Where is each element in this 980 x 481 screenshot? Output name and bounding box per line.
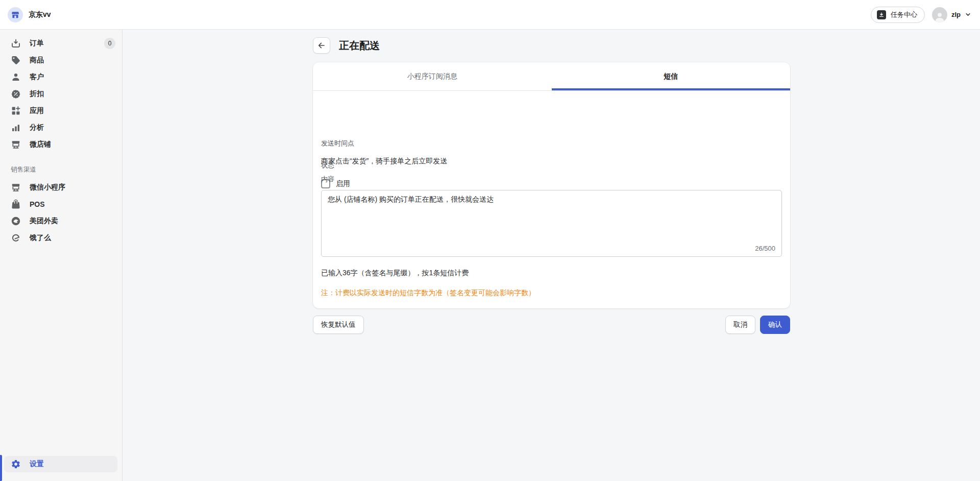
user-menu[interactable]: zlp xyxy=(932,7,971,22)
sidebar-item-label: 折扣 xyxy=(30,89,44,99)
send-time-label: 发送时间点 xyxy=(321,139,354,148)
customers-icon xyxy=(11,72,21,82)
sms-content-textarea[interactable]: 您从 (店铺名称) 购买的订单正在配送，很快就会送达 xyxy=(322,190,781,256)
pos-bag-icon xyxy=(11,199,21,209)
apps-icon xyxy=(11,106,21,116)
task-download-icon xyxy=(877,10,886,19)
brand-name: 京东vv xyxy=(29,10,51,19)
storefront-logo-icon xyxy=(8,7,23,22)
sidebar-item-label: 微店铺 xyxy=(30,140,51,149)
sidebar-item-label: 订单 xyxy=(30,39,44,48)
sidebar-item-products[interactable]: 商品 xyxy=(0,52,122,68)
discounts-icon xyxy=(11,89,21,99)
microstore-icon xyxy=(11,139,21,150)
sidebar-item-label: 应用 xyxy=(30,106,44,115)
sidebar-item-label: 饿了么 xyxy=(30,233,51,243)
sidebar-item-apps[interactable]: 应用 xyxy=(0,102,122,119)
avatar xyxy=(932,7,947,22)
meituan-icon xyxy=(11,216,21,226)
orders-count-badge: 0 xyxy=(104,38,115,49)
char-counter: 26/500 xyxy=(755,245,775,252)
footer-actions: 恢复默认值 取消 确认 xyxy=(313,316,790,334)
topbar: 京东vv 任务中心 zlp xyxy=(0,0,980,30)
wechat-miniprogram-icon xyxy=(11,182,21,193)
task-center-button[interactable]: 任务中心 xyxy=(871,7,925,23)
main-content: 正在配送 小程序订阅消息 短信 状态 启用 发送时间点 商家点击“发货”，骑手接… xyxy=(123,30,980,481)
eleme-icon xyxy=(11,233,21,243)
send-time-value: 商家点击“发货”，骑手接单之后立即发送 xyxy=(321,157,447,166)
sidebar-item-discounts[interactable]: 折扣 xyxy=(0,85,122,102)
sidebar: 订单 0 商品 客户 xyxy=(0,30,122,481)
content-label: 内容 xyxy=(321,175,334,184)
sidebar-item-orders[interactable]: 订单 0 xyxy=(0,35,122,52)
sidebar-item-label: POS xyxy=(30,200,45,208)
sidebar-item-label: 美团外卖 xyxy=(30,217,58,226)
cancel-button[interactable]: 取消 xyxy=(725,316,755,334)
confirm-button[interactable]: 确认 xyxy=(760,316,790,334)
sidebar-item-label: 微信小程序 xyxy=(30,183,65,192)
sidebar-item-label: 客户 xyxy=(30,73,44,82)
sidebar-item-analytics[interactable]: 分析 xyxy=(0,119,122,136)
enable-label: 启用 xyxy=(336,179,350,188)
chevron-down-icon xyxy=(965,11,971,18)
sms-content-field: 您从 (店铺名称) 购买的订单正在配送，很快就会送达 26/500 xyxy=(321,190,782,257)
tab-sms[interactable]: 短信 xyxy=(552,62,791,90)
analytics-icon xyxy=(11,123,21,133)
sidebar-item-wechat-miniprogram[interactable]: 微信小程序 xyxy=(0,179,122,196)
tabbar: 小程序订阅消息 短信 xyxy=(313,62,790,91)
sidebar-item-label: 分析 xyxy=(30,123,44,132)
active-indicator-bar xyxy=(0,455,2,481)
billing-note: 注：计费以实际发送时的短信字数为准（签名变更可能会影响字数） xyxy=(321,288,535,298)
user-name: zlp xyxy=(951,11,961,18)
sidebar-item-meituan[interactable]: 美团外卖 xyxy=(0,212,122,229)
back-button[interactable] xyxy=(313,37,330,54)
sidebar-item-customers[interactable]: 客户 xyxy=(0,68,122,85)
task-center-label: 任务中心 xyxy=(891,10,917,19)
sidebar-item-microstore[interactable]: 微店铺 xyxy=(0,136,122,153)
arrow-left-icon xyxy=(317,41,326,50)
gear-icon xyxy=(11,459,21,469)
tab-miniprogram-subscription[interactable]: 小程序订阅消息 xyxy=(313,62,552,90)
products-icon xyxy=(11,55,21,65)
sms-settings-card: 小程序订阅消息 短信 状态 启用 发送时间点 商家点击“发货”，骑手接单之后立即… xyxy=(313,62,790,308)
brand: 京东vv xyxy=(0,7,51,22)
orders-icon xyxy=(11,38,21,49)
sidebar-item-settings[interactable]: 设置 xyxy=(4,456,117,472)
input-summary: 已输入36字（含签名与尾缀），按1条短信计费 xyxy=(321,269,469,278)
sidebar-item-label: 商品 xyxy=(30,56,44,65)
settings-label: 设置 xyxy=(30,460,44,469)
page-title: 正在配送 xyxy=(339,39,380,53)
restore-default-button[interactable]: 恢复默认值 xyxy=(313,316,364,334)
sidebar-item-pos[interactable]: POS xyxy=(0,196,122,212)
sidebar-item-eleme[interactable]: 饿了么 xyxy=(0,229,122,246)
sales-channels-header: 销售渠道 xyxy=(0,165,122,174)
